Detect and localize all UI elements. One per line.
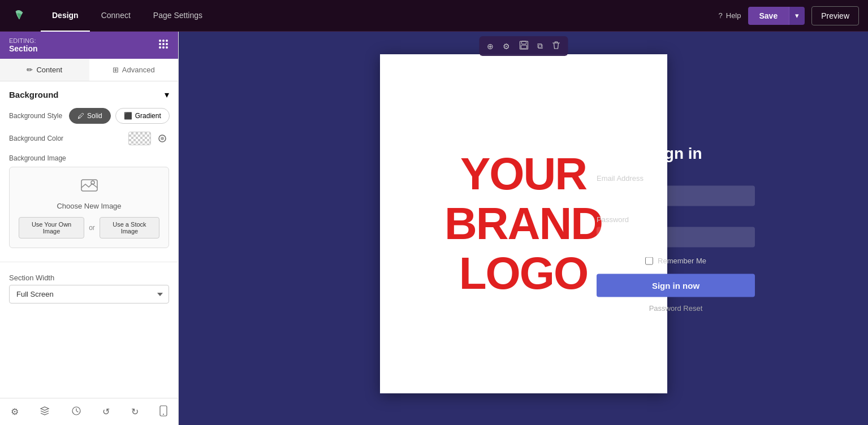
svg-point-5: [166, 43, 168, 45]
background-section-body: Background Style 🖊 Solid ⬛ Gradient Back…: [0, 108, 178, 257]
image-upload-box[interactable]: Choose New Image Use Your Own Image or U…: [9, 167, 169, 248]
layers-icon[interactable]: [35, 401, 54, 423]
svg-point-1: [162, 40, 165, 42]
save-tool[interactable]: [516, 38, 532, 54]
top-nav: Design Connect Page Settings ? Help Save…: [0, 0, 868, 32]
canvas-area: ⊕ ⚙ ⧉ YOURBRANDLOGO Sign in: [179, 32, 868, 425]
chevron-down-icon: ▾: [165, 89, 169, 100]
gradient-label: Gradient: [135, 112, 161, 120]
save-btn-group: Save ▾: [748, 7, 805, 25]
background-style-row: Background Style 🖊 Solid ⬛ Gradient: [9, 108, 169, 124]
use-stock-image-button[interactable]: Use a Stock Image: [100, 217, 159, 238]
gradient-icon: ⬛: [124, 112, 132, 120]
email-label: Email Address: [597, 174, 755, 183]
tab-content-label: Content: [36, 66, 62, 74]
main-layout: EDITING: Section ✏ Content ⊞: [0, 32, 868, 425]
sidebar-footer: ⚙ ↺ ↻: [0, 398, 178, 425]
nav-tab-page-settings[interactable]: Page Settings: [142, 0, 214, 32]
settings-tool[interactable]: ⚙: [499, 40, 513, 53]
save-button[interactable]: Save: [748, 7, 789, 25]
image-btn-row: Use Your Own Image or Use a Stock Image: [19, 217, 159, 238]
nav-tab-design[interactable]: Design: [41, 0, 90, 32]
sidebar-header: EDITING: Section: [0, 32, 178, 59]
nav-tab-connect[interactable]: Connect: [90, 0, 142, 32]
preview-button[interactable]: Preview: [811, 6, 859, 25]
background-color-row: Background Color: [9, 132, 169, 145]
nav-right: ? Help Save ▾ Preview: [719, 6, 859, 25]
redo-icon[interactable]: ↻: [127, 402, 143, 422]
use-own-image-button[interactable]: Use Your Own Image: [19, 217, 84, 238]
divider: [0, 262, 178, 262]
email-input[interactable]: [597, 186, 755, 206]
svg-point-8: [166, 46, 168, 49]
background-color-label: Background Color: [9, 135, 124, 142]
background-section-header[interactable]: Background ▾: [0, 81, 178, 108]
panel-tabs: ✏ Content ⊞ Advanced: [0, 59, 178, 81]
or-text: or: [89, 224, 95, 232]
svg-point-3: [159, 43, 161, 45]
help-icon: ?: [719, 11, 723, 20]
solid-icon: 🖊: [77, 112, 84, 120]
grid-icon[interactable]: [158, 38, 169, 52]
duplicate-tool[interactable]: ⧉: [534, 39, 546, 53]
app-logo: [9, 6, 29, 26]
section-width-text: Section Width: [9, 274, 54, 282]
remember-row: Remember Me: [645, 257, 706, 265]
section-width-select[interactable]: Full Screen Boxed: [9, 285, 169, 303]
svg-point-6: [159, 46, 161, 49]
svg-point-0: [159, 40, 161, 42]
solid-label: Solid: [87, 112, 102, 120]
advanced-icon: ⊞: [113, 66, 119, 74]
password-reset-link[interactable]: Password Reset: [649, 304, 703, 313]
delete-tool[interactable]: [549, 38, 563, 54]
editing-label: EDITING:: [9, 37, 38, 44]
background-style-label: Background Style: [9, 112, 62, 120]
svg-point-15: [163, 414, 164, 415]
brand-logo-text: YOURBRANDLOGO: [444, 149, 602, 298]
image-upload-icon: [19, 176, 159, 198]
section-width-label: Section Width: [0, 267, 178, 285]
choose-image-text: Choose New Image: [19, 202, 159, 210]
move-tool[interactable]: ⊕: [483, 40, 497, 53]
style-buttons: 🖊 Solid ⬛ Gradient: [69, 108, 170, 124]
sidebar: EDITING: Section ✏ Content ⊞: [0, 32, 179, 425]
style-solid-button[interactable]: 🖊 Solid: [69, 108, 111, 124]
password-label: Password: [597, 215, 755, 224]
history-icon[interactable]: [67, 401, 86, 423]
svg-point-10: [161, 137, 164, 140]
remember-label: Remember Me: [658, 257, 706, 265]
svg-rect-17: [521, 41, 526, 44]
password-input[interactable]: [597, 227, 755, 248]
signin-panel: Sign in Email Address Password Remember …: [597, 145, 755, 313]
editing-info: EDITING: Section: [9, 37, 38, 53]
password-form-group: Password: [597, 215, 755, 248]
style-gradient-button[interactable]: ⬛ Gradient: [115, 108, 170, 124]
remember-checkbox[interactable]: [645, 257, 653, 264]
undo-icon[interactable]: ↺: [98, 402, 114, 422]
email-form-group: Email Address: [597, 174, 755, 206]
background-title: Background: [9, 90, 59, 99]
nav-tabs: Design Connect Page Settings: [41, 0, 214, 32]
help-label: Help: [726, 11, 741, 20]
svg-rect-18: [521, 45, 526, 49]
section-width-select-wrap: Full Screen Boxed: [0, 285, 178, 313]
color-eyedropper-button[interactable]: [156, 132, 169, 145]
save-dropdown-button[interactable]: ▾: [789, 7, 805, 25]
svg-point-2: [166, 40, 168, 42]
float-toolbar: ⊕ ⚙ ⧉: [479, 36, 568, 56]
svg-point-7: [162, 46, 165, 49]
signin-title: Sign in: [649, 145, 702, 163]
pencil-icon: ✏: [27, 66, 33, 74]
signin-now-button[interactable]: Sign in now: [597, 274, 755, 297]
tab-advanced-label: Advanced: [122, 66, 155, 74]
help-button[interactable]: ? Help: [719, 11, 741, 20]
tab-content[interactable]: ✏ Content: [0, 59, 89, 81]
mobile-icon[interactable]: [155, 401, 172, 423]
tab-advanced[interactable]: ⊞ Advanced: [89, 59, 179, 81]
settings-icon[interactable]: ⚙: [6, 402, 23, 422]
color-preview-swatch[interactable]: [128, 132, 151, 145]
background-image-label: Background Image: [9, 154, 169, 162]
svg-point-4: [162, 43, 165, 45]
editing-section-title: Section: [9, 44, 38, 53]
